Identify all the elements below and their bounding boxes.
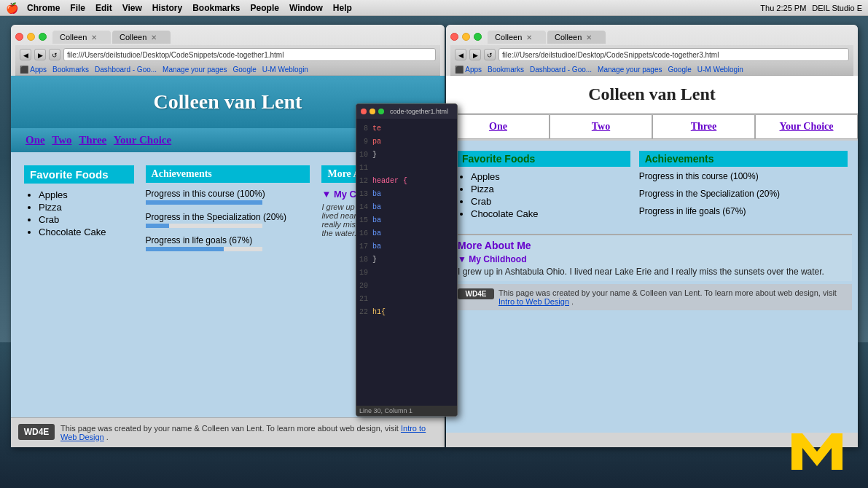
menu-edit[interactable]: Edit <box>95 3 112 13</box>
nav-one-left[interactable]: One <box>26 134 45 146</box>
right-nav-three[interactable]: Three <box>652 114 755 139</box>
right-footer-link[interactable]: Intro to Web Design <box>498 297 569 306</box>
food-item: Crab <box>39 214 134 225</box>
line-number: 15 <box>356 216 372 224</box>
code-line-12: 12 header { <box>356 174 457 187</box>
bookmark-dashboard-left[interactable]: Dashboard - Goo... <box>95 66 157 74</box>
achievement-text: Progress in the Specialization (20%) <box>146 212 286 222</box>
address-bar-left[interactable]: file:///Users/deilstudioe/Desktop/CodeSn… <box>63 48 436 61</box>
food-list-left: Apples Pizza Crab Chocolate Cake <box>24 189 134 237</box>
bookmarks-bar-left: ⬛ Apps Bookmarks Dashboard - Goo... Mana… <box>15 64 440 76</box>
editor-maximize-icon[interactable] <box>378 109 384 114</box>
tab-close-icon-right[interactable]: ✕ <box>526 34 532 42</box>
achievement-text: Progress in life goals (67%) <box>146 235 253 245</box>
menu-view[interactable]: View <box>122 3 142 13</box>
page-footer-left: WD4E This page was created by your name … <box>11 417 445 433</box>
right-nav-two[interactable]: Two <box>550 114 652 139</box>
line-number: 19 <box>356 269 372 277</box>
editor-content[interactable]: 8 te 9 pa 10 } 11 12 header { 13 ba <box>356 119 457 321</box>
menu-help[interactable]: Help <box>333 3 352 13</box>
food-item-right: Chocolate Cake <box>471 208 630 219</box>
nav-two-left[interactable]: Two <box>52 134 71 146</box>
col-achievements-left: Achievements Progress in this course (10… <box>140 160 316 264</box>
forward-button-right[interactable]: ▶ <box>469 49 481 60</box>
line-number: 20 <box>356 282 372 290</box>
menu-file[interactable]: File <box>70 3 85 13</box>
address-bar-right[interactable]: file:///Users/deilstudioe/Desktop/CodeSn… <box>498 48 849 61</box>
right-more-subheader: ▼ My Childhood <box>458 254 846 264</box>
tab-close-icon-right-2[interactable]: ✕ <box>586 34 592 42</box>
tab-colleen-right-2[interactable]: Colleen ✕ <box>547 31 606 44</box>
forward-button-left[interactable]: ▶ <box>34 49 46 60</box>
bookmark-manage-left[interactable]: Manage your pages <box>163 66 227 74</box>
footer-text-left: This page was created by your name & Col… <box>60 424 437 433</box>
progress-bar-fill-2 <box>146 224 169 228</box>
editor-close-icon[interactable] <box>361 109 367 114</box>
right-nav-yourchoice[interactable]: Your Choice <box>755 114 858 139</box>
back-button-right[interactable]: ◀ <box>455 49 466 60</box>
tab-close-icon[interactable]: ✕ <box>91 34 97 42</box>
apple-menu[interactable]: 🍎 <box>6 2 18 14</box>
close-button-right[interactable] <box>450 33 458 41</box>
achievement-1-left: Progress in this course (100%) <box>146 189 310 205</box>
bookmark-bookmarks-right[interactable]: Bookmarks <box>488 66 524 74</box>
line-number: 14 <box>356 203 372 211</box>
bookmark-dashboard-right[interactable]: Dashboard - Goo... <box>530 66 592 74</box>
nav-three-left[interactable]: Three <box>79 134 106 146</box>
close-button-left[interactable] <box>15 33 23 41</box>
menu-people[interactable]: People <box>251 3 279 13</box>
right-more-text: I grew up in Ashtabula Ohio. I lived nea… <box>458 267 846 277</box>
tab-colleen-left-2[interactable]: Colleen ✕ <box>112 31 171 44</box>
reload-button-left[interactable]: ↺ <box>49 49 60 60</box>
achievement-3-left: Progress in life goals (67%) <box>146 235 310 251</box>
right-nav-one[interactable]: One <box>446 114 550 139</box>
michigan-logo <box>788 430 846 473</box>
maximize-button-right[interactable] <box>474 33 482 41</box>
line-number: 18 <box>356 256 372 264</box>
line-code: } <box>372 256 377 264</box>
tab-colleen-left[interactable]: Colleen ✕ <box>52 31 111 44</box>
traffic-lights-right <box>450 33 482 41</box>
maximize-button-left[interactable] <box>39 33 47 41</box>
code-line-21: 21 <box>356 292 457 305</box>
bookmark-apps-right[interactable]: ⬛ Apps <box>455 66 482 74</box>
line-code: h1{ <box>372 308 386 316</box>
bookmark-umich-right[interactable]: U-M Weblogin <box>697 66 743 74</box>
line-number: 10 <box>356 151 372 159</box>
right-col-achievements: Achievements Progress in this course (10… <box>635 146 852 228</box>
menu-bookmarks[interactable]: Bookmarks <box>192 3 240 13</box>
right-page-body: Favorite Foods Apples Pizza Crab Chocola… <box>446 141 858 234</box>
bookmark-google-left[interactable]: Google <box>233 66 257 74</box>
right-achievements-header: Achievements <box>639 151 848 167</box>
right-footer: WD4E This page was created by your name … <box>452 284 852 310</box>
bookmark-bookmarks-left[interactable]: Bookmarks <box>52 66 89 74</box>
code-line-19: 19 <box>356 266 457 279</box>
code-line-11: 11 <box>356 161 457 174</box>
tab-colleen-right[interactable]: Colleen ✕ <box>488 31 546 44</box>
menu-window[interactable]: Window <box>289 3 323 13</box>
back-button-left[interactable]: ◀ <box>20 49 31 60</box>
reload-button-right[interactable]: ↺ <box>484 49 496 60</box>
title-bar-left: Colleen ✕ Colleen ✕ <box>15 28 440 45</box>
line-number: 22 <box>356 308 372 316</box>
bookmark-umich-left[interactable]: U-M Weblogin <box>262 66 308 74</box>
minimize-button-left[interactable] <box>27 33 35 41</box>
line-number: 17 <box>356 243 372 251</box>
editor-filename: code-together1.html <box>390 108 448 115</box>
bookmark-apps-left[interactable]: ⬛ Apps <box>20 66 47 74</box>
tab-close-icon-2[interactable]: ✕ <box>151 34 157 42</box>
line-code: ba <box>372 190 381 198</box>
achievement-text: Progress in this course (100%) <box>146 189 265 199</box>
bookmark-manage-right[interactable]: Manage your pages <box>598 66 662 74</box>
menu-chrome[interactable]: Chrome <box>27 3 60 13</box>
nav-yourchoice-left[interactable]: Your Choice <box>114 134 171 146</box>
menu-history[interactable]: History <box>152 3 182 13</box>
code-line-14: 14 ba <box>356 200 457 213</box>
minimize-button-right[interactable] <box>462 33 470 41</box>
editor-minimize-icon[interactable] <box>370 109 375 114</box>
desktop: Colleen ✕ Colleen ✕ ◀ ▶ ↺ file:///Users/… <box>0 16 868 488</box>
michigan-m-svg <box>788 430 846 473</box>
food-item: Chocolate Cake <box>39 227 134 237</box>
bookmark-google-right[interactable]: Google <box>668 66 692 74</box>
browser-tabs-right: Colleen ✕ Colleen ✕ <box>488 31 606 44</box>
